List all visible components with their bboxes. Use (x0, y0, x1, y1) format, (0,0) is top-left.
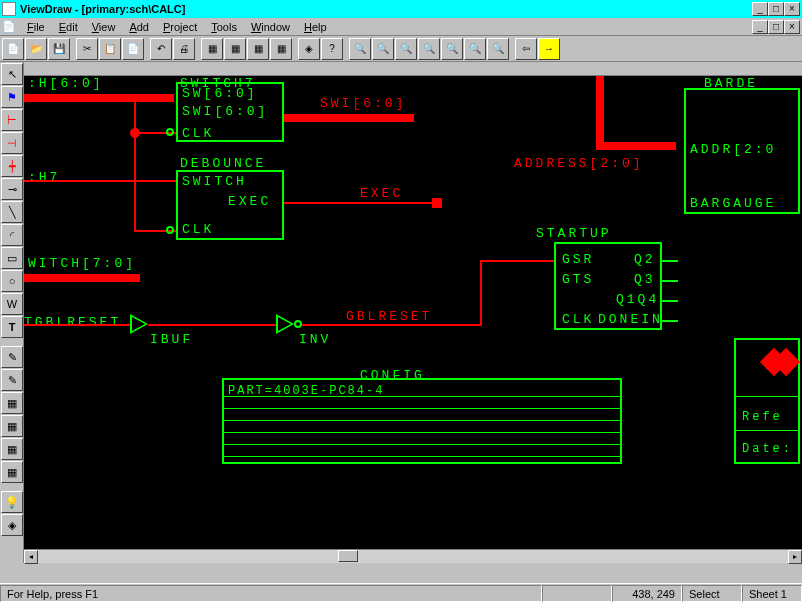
paste-button[interactable]: 📄 (122, 38, 144, 60)
bus-tool[interactable]: ⊣ (1, 132, 23, 154)
zoom-button-3[interactable]: 🔍 (395, 38, 417, 60)
maximize-button[interactable]: □ (768, 2, 784, 16)
workspace: ↖ ⚑ ⊢ ⊣ ┿ ⊸ ╲ ◜ ▭ ○ W T ✎ ✎ ▦ ▦ ▦ ▦ 💡 ◈ … (0, 62, 802, 563)
arc-tool[interactable]: ◜ (1, 224, 23, 246)
copy-button[interactable]: 📋 (99, 38, 121, 60)
bus-net (24, 94, 174, 102)
edit-tool-2[interactable]: ✎ (1, 369, 23, 391)
wire-net (480, 260, 482, 326)
status-bar: For Help, press F1 438, 249 Select Sheet… (0, 583, 802, 602)
titleblock-ref: Refe (742, 410, 783, 424)
tool-button-3[interactable]: ▦ (247, 38, 269, 60)
pin-stub (662, 300, 678, 302)
close-button[interactable]: × (784, 2, 800, 16)
menu-window[interactable]: Window (244, 19, 297, 35)
tool-button-5[interactable]: ◈ (298, 38, 320, 60)
pin-stub (662, 320, 678, 322)
grid-tool-3[interactable]: ▦ (1, 438, 23, 460)
canvas-area: :H[6:0] SWITCH7 SW[6:0] SWI[6:0] CLK SWI… (24, 62, 802, 563)
tool-button-2[interactable]: ▦ (224, 38, 246, 60)
misc-tool[interactable]: ◈ (1, 514, 23, 536)
inverter-icon (276, 314, 294, 334)
child-maximize-button[interactable]: □ (768, 20, 784, 34)
pin-label: SWI[6:0] (182, 104, 268, 119)
new-button[interactable]: 📄 (2, 38, 24, 60)
menu-add[interactable]: Add (122, 19, 156, 35)
open-button[interactable]: 📂 (25, 38, 47, 60)
edit-tool-1[interactable]: ✎ (1, 346, 23, 368)
menu-tools[interactable]: Tools (204, 19, 244, 35)
pin-label: Q1Q4 (616, 292, 659, 307)
schematic-canvas[interactable]: :H[6:0] SWITCH7 SW[6:0] SWI[6:0] CLK SWI… (24, 76, 802, 549)
rect-tool[interactable]: ▭ (1, 247, 23, 269)
text-tool[interactable]: T (1, 316, 23, 338)
component-label: IBUF (150, 332, 193, 347)
zoom-button-5[interactable]: 🔍 (441, 38, 463, 60)
save-button[interactable]: 💾 (48, 38, 70, 60)
pin-label: GTS (562, 272, 594, 287)
child-close-button[interactable]: × (784, 20, 800, 34)
grid-tool-2[interactable]: ▦ (1, 415, 23, 437)
tool-button-4[interactable]: ▦ (270, 38, 292, 60)
nav-button-1[interactable]: ⇦ (515, 38, 537, 60)
nav-button-2[interactable]: → (538, 38, 560, 60)
line-tool[interactable]: ╲ (1, 201, 23, 223)
net-endpoint (432, 198, 442, 208)
app-icon (2, 2, 16, 16)
block-label: STARTUP (536, 226, 612, 241)
scrollbar-horizontal[interactable]: ◂ ▸ (24, 549, 802, 563)
undo-button[interactable]: ↶ (150, 38, 172, 60)
title-bar: ViewDraw - [primary:sch\CALC] _ □ × (0, 0, 802, 18)
block-label: DEBOUNCE (180, 156, 266, 171)
zoom-out-button[interactable]: 🔍 (372, 38, 394, 60)
tool-button-6[interactable]: ? (321, 38, 343, 60)
wire-net (134, 98, 136, 232)
pin-label: SWITCH (182, 174, 247, 189)
zoom-in-button[interactable]: 🔍 (349, 38, 371, 60)
tool-button-1[interactable]: ▦ (201, 38, 223, 60)
bus-net (284, 114, 414, 122)
print-button[interactable]: 🖨 (173, 38, 195, 60)
config-row-line (222, 420, 622, 421)
title-text: ViewDraw - [primary:sch\CALC] (20, 3, 752, 15)
select-tool[interactable]: ↖ (1, 63, 23, 85)
row-line (734, 430, 800, 431)
minimize-button[interactable]: _ (752, 2, 768, 16)
scroll-right-button[interactable]: ▸ (788, 550, 802, 564)
scroll-left-button[interactable]: ◂ (24, 550, 38, 564)
grid-tool-4[interactable]: ▦ (1, 461, 23, 483)
scroll-thumb[interactable] (338, 550, 358, 562)
child-minimize-button[interactable]: _ (752, 20, 768, 34)
net-label: :H7 (28, 170, 60, 185)
menu-help[interactable]: Help (297, 19, 334, 35)
zoom-button-7[interactable]: 🔍 (487, 38, 509, 60)
pin-label: ADDR[2:0 (690, 142, 776, 157)
zoom-button-4[interactable]: 🔍 (418, 38, 440, 60)
cut-button[interactable]: ✂ (76, 38, 98, 60)
bulb-tool[interactable]: 💡 (1, 491, 23, 513)
poly-tool[interactable]: W (1, 293, 23, 315)
net-label: :H[6:0] (28, 76, 104, 91)
zoom-button-6[interactable]: 🔍 (464, 38, 486, 60)
flag-tool[interactable]: ⚑ (1, 86, 23, 108)
bus-net (596, 142, 676, 150)
net-tool[interactable]: ⊢ (1, 109, 23, 131)
status-empty (542, 585, 612, 602)
pin-tool[interactable]: ⊸ (1, 178, 23, 200)
wire-net (302, 324, 482, 326)
config-row-line (222, 396, 622, 397)
config-row-line (222, 456, 622, 457)
scroll-track[interactable] (38, 550, 788, 563)
menu-file[interactable]: File (20, 19, 52, 35)
pin-stub (662, 280, 678, 282)
menu-edit[interactable]: Edit (52, 19, 85, 35)
left-toolbox: ↖ ⚑ ⊢ ⊣ ┿ ⊸ ╲ ◜ ▭ ○ W T ✎ ✎ ▦ ▦ ▦ ▦ 💡 ◈ (0, 62, 24, 563)
junction-tool[interactable]: ┿ (1, 155, 23, 177)
menu-view[interactable]: View (85, 19, 123, 35)
doc-icon: 📄 (2, 20, 16, 34)
pin-label: CLK (182, 126, 214, 141)
grid-tool-1[interactable]: ▦ (1, 392, 23, 414)
menu-project[interactable]: Project (156, 19, 204, 35)
invert-bubble (166, 128, 174, 136)
circle-tool[interactable]: ○ (1, 270, 23, 292)
